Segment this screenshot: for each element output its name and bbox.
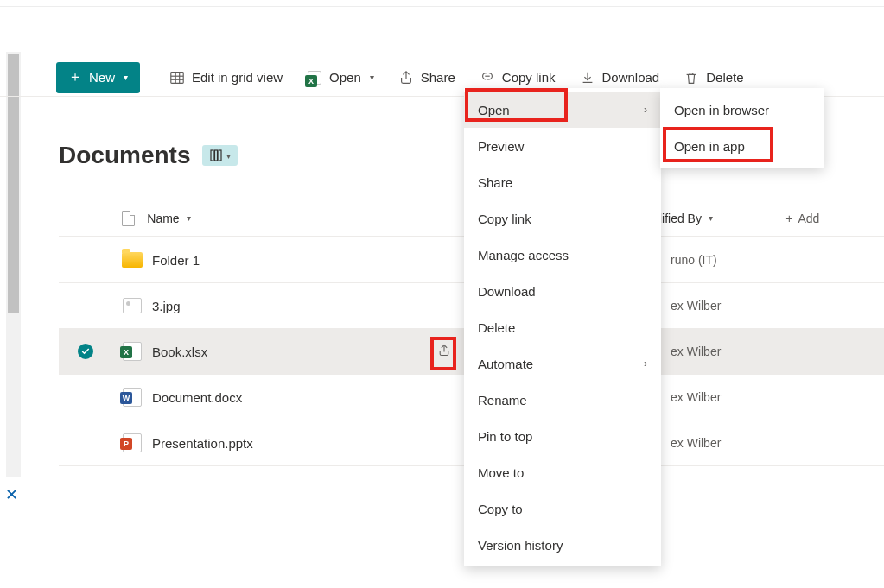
plus-icon: ＋	[68, 68, 82, 86]
context-menu-item-label: Download	[478, 284, 536, 299]
file-name[interactable]: 3.jpg	[152, 299, 437, 313]
svg-rect-0	[171, 72, 183, 83]
plus-icon: +	[785, 212, 792, 225]
context-menu-item[interactable]: Automate›	[464, 345, 661, 382]
modified-by-cell: runo (IT)	[671, 253, 826, 267]
context-menu-item[interactable]: Rename	[464, 382, 661, 418]
modified-by-cell: ex Wilber	[671, 345, 826, 358]
row-selected-check-icon[interactable]	[78, 344, 93, 359]
trash-icon	[684, 70, 699, 85]
modified-by-cell: ex Wilber	[671, 390, 826, 404]
top-divider	[0, 6, 884, 7]
context-menu-item[interactable]: Manage access	[464, 237, 661, 273]
context-menu-item[interactable]: Share	[464, 164, 661, 200]
new-button[interactable]: ＋ New ▾	[56, 62, 140, 93]
chevron-down-icon: ▾	[124, 73, 128, 82]
name-header-label: Name	[147, 212, 179, 225]
submenu-item-label: Open in browser	[674, 103, 769, 117]
context-menu-item[interactable]: Copy link	[464, 200, 661, 237]
context-menu-item-label: Delete	[478, 320, 515, 335]
view-icon	[209, 149, 223, 162]
excel-icon	[307, 70, 322, 85]
library-title: Documents	[59, 142, 190, 169]
context-menu-item-label: Move to	[478, 465, 524, 480]
ppt-icon	[123, 433, 142, 452]
context-menu-item-label: Preview	[478, 139, 524, 154]
folder-icon	[122, 252, 143, 268]
edit-grid-button[interactable]: Edit in grid view	[157, 59, 295, 97]
xls-icon	[123, 342, 142, 361]
submenu-item[interactable]: Open in browser	[660, 92, 824, 128]
submenu-item[interactable]: Open in app	[660, 128, 824, 164]
context-menu-item[interactable]: Open›	[464, 92, 661, 128]
download-label: Download	[602, 70, 660, 85]
link-icon	[480, 70, 495, 85]
delete-label: Delete	[706, 70, 743, 85]
open-button[interactable]: Open ▾	[295, 59, 386, 97]
document-icon	[122, 211, 135, 226]
file-type-column-header[interactable]	[110, 211, 148, 226]
copy-link-label: Copy link	[502, 70, 556, 85]
open-submenu: Open in browserOpen in app	[660, 88, 824, 168]
chevron-down-icon: ▾	[370, 73, 374, 82]
svg-rect-8	[215, 150, 218, 161]
modified-by-cell: ex Wilber	[671, 299, 826, 313]
context-menu-item[interactable]: Version history	[464, 527, 661, 563]
chevron-right-icon: ›	[644, 104, 647, 116]
context-menu-item-label: Manage access	[478, 248, 569, 262]
context-menu-item-label: Automate	[478, 357, 533, 371]
context-menu-item[interactable]: Delete	[464, 309, 661, 345]
context-menu-item-label: Copy to	[478, 502, 523, 516]
edit-grid-label: Edit in grid view	[192, 70, 283, 85]
share-label: Share	[421, 70, 455, 85]
new-button-label: New	[89, 70, 115, 85]
chevron-right-icon: ›	[644, 357, 647, 370]
chevron-down-icon: ▾	[226, 151, 231, 161]
add-column-label: Add	[798, 212, 820, 225]
context-menu-item[interactable]: Preview	[464, 128, 661, 164]
file-name[interactable]: Document.docx	[152, 390, 437, 405]
context-menu-item[interactable]: Download	[464, 273, 661, 309]
context-menu-item-label: Copy link	[478, 212, 531, 226]
library-header: Documents ▾	[59, 142, 238, 169]
context-menu-item-label: Rename	[478, 393, 527, 408]
share-button[interactable]: Share	[386, 59, 467, 97]
context-menu-item[interactable]: Copy to	[464, 490, 661, 527]
submenu-item-label: Open in app	[674, 139, 745, 154]
view-selector[interactable]: ▾	[202, 145, 238, 166]
file-name[interactable]: Folder 1	[152, 253, 437, 268]
context-menu: Open›PreviewShareCopy linkManage accessD…	[464, 88, 661, 566]
modified-by-cell: ex Wilber	[671, 436, 826, 450]
share-icon[interactable]	[437, 344, 451, 360]
img-icon	[123, 298, 142, 313]
close-panel-icon[interactable]: ✕	[5, 485, 18, 504]
context-menu-item[interactable]: Move to	[464, 454, 661, 490]
add-column-button[interactable]: + Add	[785, 212, 884, 225]
svg-rect-7	[211, 150, 213, 161]
name-column-header[interactable]: Name ▾	[147, 212, 417, 225]
grid-icon	[169, 70, 185, 85]
context-menu-item-label: Version history	[478, 538, 563, 553]
context-menu-item-label: Share	[478, 175, 512, 190]
file-name[interactable]: Book.xlsx	[152, 345, 437, 359]
chevron-down-icon: ▾	[709, 213, 713, 223]
download-icon	[580, 70, 595, 85]
context-menu-item[interactable]: Pin to top	[464, 418, 661, 454]
file-name[interactable]: Presentation.pptx	[152, 436, 437, 451]
doc-icon	[123, 388, 142, 407]
context-menu-item-label: Pin to top	[478, 429, 532, 444]
open-label: Open	[329, 70, 361, 85]
context-menu-item-label: Open	[478, 103, 510, 117]
chevron-down-icon: ▾	[187, 213, 191, 223]
svg-rect-9	[219, 150, 221, 161]
share-icon	[398, 70, 414, 85]
